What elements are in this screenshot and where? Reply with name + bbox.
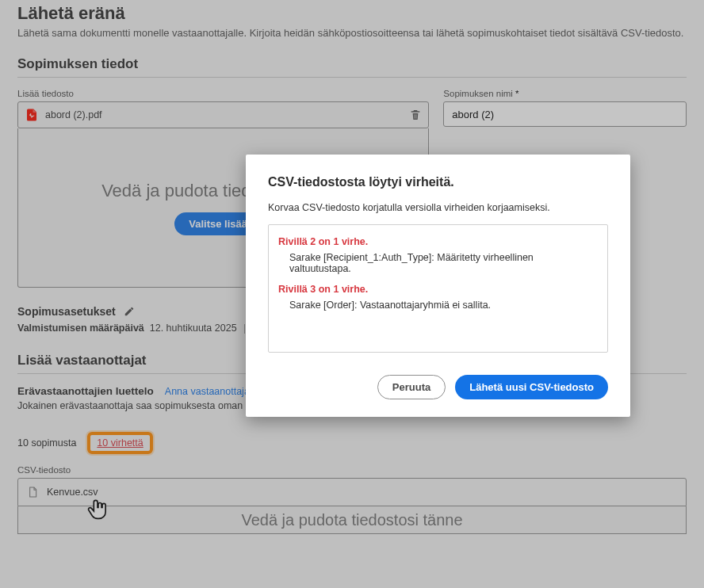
error-row-title: Rivillä 3 on 1 virhe. — [278, 284, 598, 295]
errors-scroll-area[interactable]: Rivillä 2 on 1 virhe. Sarake [Recipient_… — [268, 224, 608, 353]
modal-lead: Korvaa CSV-tiedosto korjatulla versiolla… — [268, 202, 608, 213]
cancel-button[interactable]: Peruuta — [377, 375, 446, 399]
upload-new-csv-button[interactable]: Lähetä uusi CSV-tiedosto — [455, 375, 608, 399]
error-row-title: Rivillä 2 on 1 virhe. — [278, 236, 598, 247]
error-row-detail: Sarake [Recipient_1:Auth_Type]: Määritet… — [289, 252, 598, 274]
csv-errors-modal: CSV-tiedostosta löytyi virheitä. Korvaa … — [246, 155, 630, 417]
modal-title: CSV-tiedostosta löytyi virheitä. — [268, 175, 608, 189]
error-row-detail: Sarake [Order]: Vastaanottajaryhmiä ei s… — [289, 300, 598, 311]
